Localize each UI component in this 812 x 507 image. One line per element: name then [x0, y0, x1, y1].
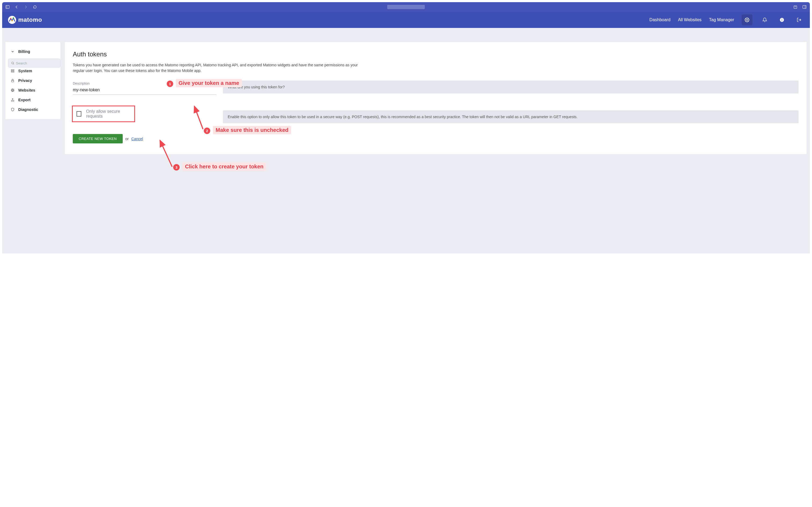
sidebar-item-label: Billing: [18, 49, 30, 54]
logo[interactable]: matomo: [8, 16, 42, 24]
tabs-icon[interactable]: [802, 5, 807, 9]
bell-icon[interactable]: [760, 15, 769, 25]
svg-point-7: [10, 18, 11, 19]
nav-dashboard[interactable]: Dashboard: [649, 17, 671, 22]
svg-line-16: [13, 64, 14, 64]
search-input[interactable]: [16, 61, 58, 65]
sidebar-item-label: Diagnostic: [18, 107, 38, 112]
server-icon: [10, 69, 15, 73]
svg-rect-19: [11, 69, 14, 71]
share-icon[interactable]: [793, 5, 798, 9]
secure-requests-help: Enable this option to only allow this to…: [223, 110, 799, 123]
sidebar-toggle-icon[interactable]: [5, 5, 10, 9]
url-bar-masked: [387, 5, 425, 9]
search-box[interactable]: [8, 59, 60, 68]
export-icon: [10, 98, 15, 102]
sidebar-item-websites[interactable]: Websites: [5, 86, 60, 95]
back-icon[interactable]: [14, 5, 19, 9]
chevron-down-icon: [10, 50, 15, 53]
svg-rect-2: [794, 6, 797, 9]
nav-tag-manager[interactable]: Tag Manager: [709, 17, 734, 22]
sidebar-item-label: Export: [18, 98, 31, 102]
svg-rect-13: [781, 19, 782, 19]
forward-icon[interactable]: [23, 5, 28, 9]
svg-rect-21: [11, 80, 14, 82]
nav-all-websites[interactable]: All Websites: [678, 17, 702, 22]
svg-line-25: [194, 106, 203, 129]
annotation-arrow-3: [89, 137, 180, 169]
svg-rect-0: [6, 6, 9, 9]
info-icon[interactable]: [777, 15, 787, 25]
sidebar-item-label: System: [18, 69, 32, 73]
svg-line-27: [160, 140, 172, 167]
annotation-text-3: Click here to create your token: [182, 163, 266, 171]
sidebar-item-privacy[interactable]: Privacy: [5, 76, 60, 86]
svg-point-10: [747, 19, 748, 21]
svg-rect-12: [781, 19, 782, 21]
svg-point-9: [11, 20, 13, 21]
sidebar: Billing Personal System Privacy Websites…: [5, 42, 60, 119]
sidebar-item-label: Websites: [18, 88, 35, 92]
annotation-badge-3: 3: [173, 164, 180, 171]
svg-rect-4: [803, 6, 806, 9]
svg-rect-23: [11, 101, 14, 102]
svg-point-15: [11, 62, 13, 64]
app-header: matomo Dashboard All Websites Tag Manage…: [2, 12, 810, 28]
content-panel: Auth tokens Tokens you have generated ca…: [65, 42, 807, 154]
sidebar-item-label: Privacy: [18, 78, 32, 83]
secure-requests-label: Only allow secure requests: [86, 109, 130, 119]
annotation-text-2: Make sure this is unchecked: [213, 126, 291, 134]
lock-icon: [10, 79, 15, 82]
svg-rect-20: [11, 71, 14, 72]
description-input[interactable]: [73, 87, 217, 95]
globe-icon: [10, 88, 15, 92]
annotation-text-1: Give your token a name: [176, 79, 242, 87]
shield-icon: [10, 108, 15, 111]
logout-icon[interactable]: [794, 15, 804, 25]
annotation-badge-1: 1: [167, 80, 173, 87]
logo-text: matomo: [18, 16, 42, 23]
page-title: Auth tokens: [73, 51, 799, 58]
secure-requests-checkbox[interactable]: [76, 111, 81, 117]
description-help: What are you using this token for?: [223, 80, 799, 94]
page-description: Tokens you have generated can be used to…: [73, 62, 368, 73]
sidebar-item-diagnostic[interactable]: Diagnostic: [5, 105, 60, 114]
gear-icon[interactable]: [742, 14, 752, 25]
sidebar-item-billing[interactable]: Billing: [5, 47, 60, 56]
search-icon: [11, 61, 14, 65]
browser-chrome-bar: [2, 2, 810, 12]
sidebar-item-export[interactable]: Export: [5, 95, 60, 105]
annotation-badge-2: 2: [204, 127, 210, 134]
annotation-arrow-2: [128, 104, 209, 133]
svg-point-8: [13, 17, 14, 19]
reload-icon[interactable]: [33, 5, 37, 9]
